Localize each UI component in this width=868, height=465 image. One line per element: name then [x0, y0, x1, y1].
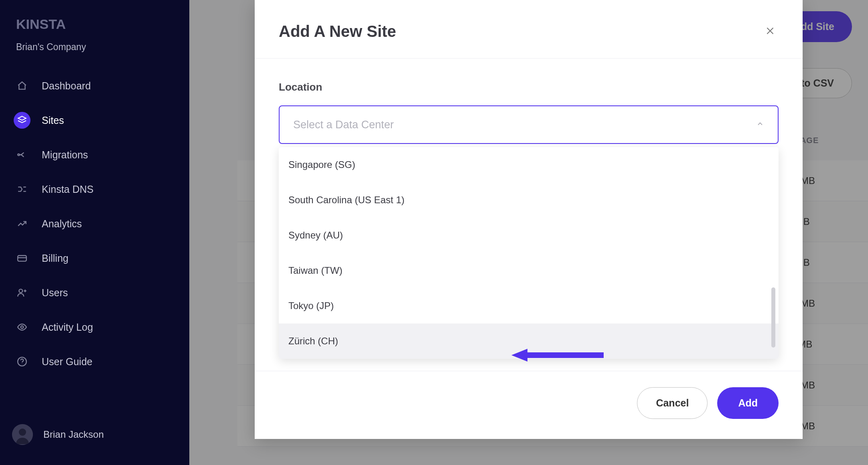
chevron-up-icon: [756, 120, 764, 129]
location-label: Location: [279, 81, 779, 93]
dropdown-scrollbar-thumb[interactable]: [771, 287, 775, 348]
sidebar-item-dns[interactable]: Kinsta DNS: [0, 172, 189, 206]
sidebar-item-sites[interactable]: Sites: [0, 103, 189, 137]
sidebar-item-users[interactable]: Users: [0, 275, 189, 310]
option-taiwan[interactable]: Taiwan (TW): [279, 253, 779, 288]
avatar: [12, 424, 33, 445]
brand-logo: KINSTA: [0, 12, 189, 42]
select-placeholder: Select a Data Center: [293, 119, 394, 131]
svg-point-12: [19, 429, 26, 436]
merge-icon: [14, 146, 30, 163]
option-south-carolina[interactable]: South Carolina (US East 1): [279, 182, 779, 218]
modal-title: Add A New Site: [279, 22, 396, 40]
add-button[interactable]: Add: [717, 387, 779, 419]
modal-body: Location Select a Data Center Singapore …: [255, 59, 803, 371]
sidebar-item-label: Dashboard: [42, 80, 91, 92]
option-zurich[interactable]: Zürich (CH): [279, 323, 779, 359]
close-icon: [765, 26, 775, 36]
svg-point-8: [21, 326, 24, 329]
user-name: Brian Jackson: [43, 429, 104, 440]
kinsta-logo-icon: KINSTA: [16, 16, 88, 32]
sidebar-item-label: Activity Log: [42, 321, 93, 333]
svg-point-2: [18, 154, 19, 156]
modal-footer: Cancel Add: [255, 371, 803, 439]
option-singapore[interactable]: Singapore (SG): [279, 147, 779, 182]
add-site-modal: Add A New Site Location Select a Data Ce…: [255, 0, 803, 439]
modal-overlay: Add A New Site Location Select a Data Ce…: [189, 0, 868, 465]
sidebar-item-migrations[interactable]: Migrations: [0, 137, 189, 172]
sidebar-item-label: Users: [42, 287, 68, 299]
eye-icon: [14, 319, 30, 336]
layers-icon: [14, 112, 30, 129]
sidebar-item-label: Sites: [42, 115, 64, 126]
trend-icon: [14, 215, 30, 232]
datacenter-dropdown: Singapore (SG) South Carolina (US East 1…: [279, 147, 779, 359]
main-content: Add Site Export to CSV DISK USAGE 981.94…: [189, 0, 868, 465]
cancel-button[interactable]: Cancel: [637, 387, 708, 419]
company-name: Brian's Company: [0, 42, 189, 69]
sidebar-item-label: Kinsta DNS: [42, 184, 93, 195]
option-sydney[interactable]: Sydney (AU): [279, 218, 779, 253]
sidebar: KINSTA Brian's Company Dashboard Sites: [0, 0, 189, 465]
datacenter-select[interactable]: Select a Data Center: [279, 105, 779, 144]
sidebar-item-label: Migrations: [42, 149, 88, 161]
card-icon: [14, 250, 30, 267]
svg-rect-3: [18, 256, 26, 261]
sidebar-item-label: User Guide: [42, 356, 92, 368]
svg-point-5: [19, 289, 22, 293]
help-icon: [14, 353, 30, 370]
sidebar-item-analytics[interactable]: Analytics: [0, 206, 189, 241]
home-icon: [14, 77, 30, 94]
current-user[interactable]: Brian Jackson: [0, 416, 189, 453]
sidebar-item-label: Billing: [42, 253, 69, 264]
modal-header: Add A New Site: [255, 0, 803, 59]
route-icon: [14, 181, 30, 198]
user-plus-icon: [14, 284, 30, 301]
option-tokyo[interactable]: Tokyo (JP): [279, 288, 779, 323]
sidebar-item-guide[interactable]: User Guide: [0, 344, 189, 379]
close-button[interactable]: [762, 22, 779, 40]
svg-marker-1: [18, 116, 26, 120]
svg-text:KINSTA: KINSTA: [16, 16, 66, 32]
sidebar-item-label: Analytics: [42, 218, 82, 230]
sidebar-item-dashboard[interactable]: Dashboard: [0, 69, 189, 103]
sidebar-nav: Dashboard Sites Migrations Kinsta DNS: [0, 69, 189, 379]
sidebar-item-activity[interactable]: Activity Log: [0, 310, 189, 344]
sidebar-item-billing[interactable]: Billing: [0, 241, 189, 275]
